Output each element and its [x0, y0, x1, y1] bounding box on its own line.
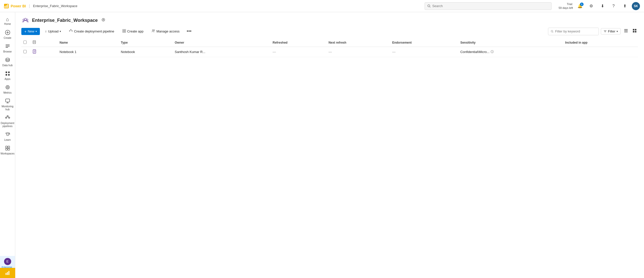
upload-button[interactable]: ↑ Upload ▾ [42, 28, 64, 35]
svg-point-40 [71, 29, 71, 30]
svg-rect-28 [8, 146, 10, 148]
topbar-right-section: Trial: 59 days left 🔔 ⚙ ⬇ ? ⬆ SK [559, 2, 640, 10]
svg-point-21 [5, 117, 7, 118]
search-icon [427, 4, 431, 8]
grid-view-icon[interactable] [631, 27, 638, 35]
items-table: Name Type Owner Refreshed Next refresh [21, 38, 638, 57]
sidebar-item-apps[interactable]: Apps [0, 69, 15, 83]
row-owner-cell: Santhosh Kumar R... [172, 47, 270, 57]
row-sensitivity-cell: Confidential\Micro... ⓘ [457, 47, 562, 57]
svg-point-41 [72, 31, 73, 31]
svg-rect-47 [124, 31, 126, 32]
filter-icon [604, 30, 607, 33]
svg-rect-61 [635, 31, 636, 32]
sidebar-item-monitoring[interactable]: Monitoring hub [0, 96, 15, 113]
svg-point-50 [551, 30, 553, 32]
filter-search-icon [551, 30, 554, 33]
browse-icon [5, 44, 10, 49]
filter-keyword-input[interactable] [555, 29, 596, 33]
svg-line-43 [71, 30, 72, 31]
svg-line-42 [70, 30, 71, 31]
col-included-header[interactable]: Included in app [562, 38, 638, 47]
col-next-refresh-header[interactable]: Next refresh [326, 38, 389, 47]
list-view-icon[interactable] [623, 27, 629, 35]
share-button[interactable]: ⬆ [621, 2, 629, 10]
sidebar-item-datahub[interactable]: Data hub [0, 55, 15, 69]
app-logo[interactable]: Power BI [4, 4, 26, 8]
toolbar-right: Filter ▾ [548, 27, 638, 35]
svg-rect-60 [633, 31, 634, 32]
svg-point-49 [154, 30, 155, 31]
svg-rect-10 [6, 47, 8, 48]
upload-icon: ↑ [45, 29, 47, 33]
trial-info: Trial: 59 days left [559, 2, 573, 10]
col-endorsement-header[interactable]: Endorsement [389, 38, 457, 47]
svg-rect-9 [6, 46, 10, 46]
svg-line-4 [430, 7, 430, 7]
settings-button[interactable]: ⚙ [587, 2, 595, 10]
svg-rect-15 [8, 74, 10, 76]
row-refreshed-cell: — [270, 47, 326, 57]
create-pipeline-button[interactable]: Create deployment pipeline [66, 28, 117, 35]
svg-rect-31 [6, 273, 6, 275]
row-name-cell[interactable]: Notebook 1 [57, 47, 118, 57]
select-all-checkbox[interactable] [23, 41, 27, 44]
new-button[interactable]: + New ▾ [21, 28, 40, 35]
filter-button[interactable]: Filter ▾ [601, 28, 621, 34]
col-name-header[interactable]: Name [57, 38, 118, 47]
help-button[interactable]: ? [609, 2, 618, 10]
notifications-button[interactable]: 🔔 [576, 2, 584, 10]
workspace-settings-icon[interactable] [100, 17, 106, 24]
powerbi-bottom-icon [5, 271, 10, 275]
svg-point-34 [24, 18, 26, 20]
svg-rect-27 [6, 146, 7, 148]
svg-rect-14 [6, 74, 7, 76]
table-row: Notebook 1 Notebook Santhosh Kumar R... … [21, 47, 638, 57]
topbar-separator: | [29, 4, 30, 8]
svg-point-36 [26, 19, 28, 21]
sidebar-item-learn[interactable]: Learn [0, 130, 15, 144]
upload-chevron-icon: ▾ [60, 30, 61, 33]
svg-rect-45 [124, 29, 126, 31]
row-checkbox[interactable] [23, 50, 27, 53]
main-layout: ⌂ Home Create Browse Data hub Apps [0, 12, 644, 278]
more-options-icon[interactable]: ••• [185, 28, 194, 35]
svg-rect-59 [635, 29, 636, 30]
sidebar-item-home[interactable]: ⌂ Home [0, 14, 15, 28]
col-refreshed-header[interactable]: Refreshed [270, 38, 326, 47]
search-input[interactable] [432, 4, 549, 8]
create-app-button[interactable]: Create app [119, 28, 147, 35]
svg-rect-0 [5, 6, 5, 8]
download-button[interactable]: ⬇ [598, 2, 606, 10]
col-checkbox[interactable] [21, 38, 29, 47]
manage-access-button[interactable]: Manage access [149, 28, 183, 35]
deployment-icon [5, 115, 10, 121]
user-avatar[interactable]: SK [632, 2, 640, 10]
powerbi-bottom-logo[interactable] [0, 268, 15, 278]
sidebar-item-deployment[interactable]: Deployment pipelines [0, 113, 15, 130]
topbar: Power BI | Enterprise_Fabric_Workspace T… [0, 0, 644, 12]
powerbi-logo-icon [4, 4, 9, 8]
col-type-icon [29, 38, 57, 47]
sidebar-item-metrics[interactable]: Metrics [0, 83, 15, 96]
col-owner-header[interactable]: Owner [172, 38, 270, 47]
svg-point-48 [152, 30, 154, 31]
col-type-header[interactable]: Type [118, 38, 172, 47]
sidebar-item-workspaces[interactable]: Workspaces [0, 144, 15, 157]
global-search-box[interactable] [425, 2, 552, 10]
svg-line-24 [7, 117, 7, 117]
svg-rect-2 [7, 4, 8, 8]
notebook-icon [33, 49, 37, 54]
app-name-label: Power BI [11, 4, 26, 8]
row-checkbox-cell[interactable] [21, 47, 29, 57]
sidebar-item-browse[interactable]: Browse [0, 42, 15, 55]
new-icon: + [24, 29, 26, 33]
svg-rect-44 [123, 29, 124, 31]
learn-icon [5, 132, 10, 138]
svg-rect-57 [624, 32, 628, 32]
col-sensitivity-header[interactable]: Sensitivity [457, 38, 562, 47]
sidebar-item-create[interactable]: Create [0, 28, 15, 42]
sensitivity-info-icon[interactable]: ⓘ [491, 50, 494, 54]
workspace-header-icon [21, 16, 29, 24]
filter-search-box[interactable] [548, 28, 599, 35]
